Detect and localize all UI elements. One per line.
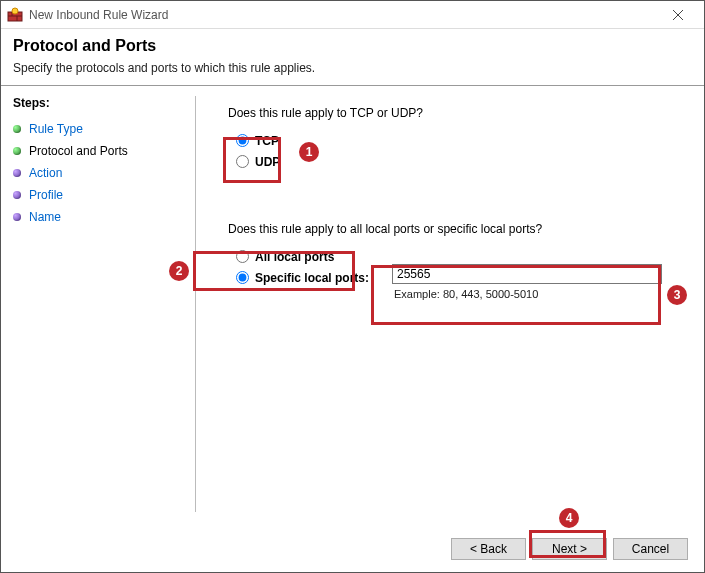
radio-specific-ports-label[interactable]: Specific local ports: (255, 271, 369, 285)
step-rule-type[interactable]: Rule Type (13, 118, 187, 140)
window-title: New Inbound Rule Wizard (29, 8, 168, 22)
header: Protocol and Ports Specify the protocols… (1, 29, 704, 85)
radio-specific-ports-row: Specific local ports: (228, 267, 388, 288)
step-label: Rule Type (29, 122, 83, 136)
next-button[interactable]: Next > (532, 538, 607, 560)
radio-tcp-row: TCP (228, 130, 284, 151)
specific-ports-input[interactable] (392, 264, 662, 284)
ports-radio-group: All local ports Specific local ports: (228, 246, 388, 288)
body: Steps: Rule Type Protocol and Ports Acti… (1, 85, 704, 572)
protocol-question: Does this rule apply to TCP or UDP? (228, 106, 692, 120)
radio-all-ports-row: All local ports (228, 246, 388, 267)
port-entry-area: Example: 80, 443, 5000-5010 (392, 264, 662, 300)
step-dot-icon (13, 125, 21, 133)
titlebar: New Inbound Rule Wizard (1, 1, 704, 29)
radio-all-ports-label[interactable]: All local ports (255, 250, 334, 264)
steps-sidebar: Steps: Rule Type Protocol and Ports Acti… (13, 96, 195, 512)
radio-udp-label[interactable]: UDP (255, 155, 280, 169)
step-label: Profile (29, 188, 63, 202)
steps-heading: Steps: (13, 96, 187, 110)
radio-all-ports[interactable] (236, 250, 249, 263)
svg-point-4 (12, 8, 18, 14)
firewall-icon (7, 7, 23, 23)
radio-tcp[interactable] (236, 134, 249, 147)
page-subtitle: Specify the protocols and ports to which… (13, 61, 692, 75)
step-label: Name (29, 210, 61, 224)
footer-buttons: < Back Next > Cancel (451, 538, 688, 560)
content: Does this rule apply to TCP or UDP? TCP … (195, 96, 692, 512)
step-profile[interactable]: Profile (13, 184, 187, 206)
radio-udp-row: UDP (228, 151, 284, 172)
wizard-window: New Inbound Rule Wizard Protocol and Por… (0, 0, 705, 573)
page-title: Protocol and Ports (13, 37, 692, 55)
step-label: Action (29, 166, 62, 180)
protocol-radio-group: TCP UDP (228, 130, 284, 172)
step-dot-icon (13, 213, 21, 221)
step-dot-icon (13, 169, 21, 177)
ports-question: Does this rule apply to all local ports … (228, 222, 692, 236)
step-dot-icon (13, 191, 21, 199)
step-name[interactable]: Name (13, 206, 187, 228)
ports-example-text: Example: 80, 443, 5000-5010 (394, 288, 662, 300)
back-button[interactable]: < Back (451, 538, 526, 560)
radio-udp[interactable] (236, 155, 249, 168)
close-button[interactable] (658, 1, 698, 29)
step-action[interactable]: Action (13, 162, 187, 184)
step-dot-icon (13, 147, 21, 155)
step-label: Protocol and Ports (29, 144, 128, 158)
step-protocol-and-ports[interactable]: Protocol and Ports (13, 140, 187, 162)
radio-tcp-label[interactable]: TCP (255, 134, 279, 148)
radio-specific-ports[interactable] (236, 271, 249, 284)
cancel-button[interactable]: Cancel (613, 538, 688, 560)
